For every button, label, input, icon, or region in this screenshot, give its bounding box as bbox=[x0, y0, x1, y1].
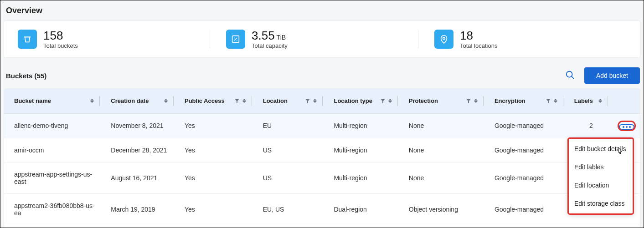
cell-encryption: Google-managed bbox=[489, 162, 569, 193]
cell-protection: None bbox=[403, 138, 489, 162]
col-location[interactable]: Location bbox=[258, 89, 329, 114]
svg-point-2 bbox=[567, 71, 572, 77]
row-context-menu: Edit bucket details Edit lables Edit loc… bbox=[568, 138, 634, 214]
cell-protection: Object versioning bbox=[403, 193, 489, 225]
col-location-type[interactable]: Location type bbox=[328, 89, 403, 114]
col-location-label: Location bbox=[263, 97, 300, 104]
table-row[interactable]: allenc-demo-tlveng November 8, 2021 Yes … bbox=[4, 113, 640, 138]
col-public-access[interactable]: Public Access bbox=[179, 89, 258, 114]
cell-creation-date: December 28, 2021 bbox=[105, 138, 179, 162]
stat-capacity-value: 3.55 bbox=[252, 29, 275, 42]
sort-icon[interactable] bbox=[242, 98, 247, 104]
filter-icon[interactable] bbox=[305, 98, 310, 104]
menu-edit-location[interactable]: Edit location bbox=[568, 176, 634, 194]
search-button[interactable] bbox=[562, 67, 578, 84]
cell-public-access: Yes bbox=[179, 162, 258, 193]
cell-creation-date: November 8, 2021 bbox=[105, 113, 179, 138]
stat-buckets-value: 158 bbox=[43, 29, 78, 42]
col-location-type-label: Location type bbox=[334, 97, 374, 104]
col-labels-label: Labels bbox=[574, 97, 593, 104]
stat-total-buckets: 158 Total buckets bbox=[18, 29, 210, 49]
cell-public-access: Yes bbox=[179, 193, 258, 225]
cell-public-access: Yes bbox=[179, 113, 258, 138]
sort-icon[interactable] bbox=[554, 98, 558, 104]
cell-encryption: Google-managed bbox=[489, 225, 569, 228]
cell-labels: N/A bbox=[569, 225, 613, 228]
capacity-icon bbox=[226, 30, 245, 49]
svg-point-1 bbox=[443, 37, 445, 40]
col-bucket-name-label: Bucket name bbox=[14, 97, 85, 104]
filter-icon[interactable] bbox=[546, 98, 551, 104]
col-public-access-label: Public Access bbox=[185, 97, 229, 104]
cell-creation-date: March 19, 2019 bbox=[105, 193, 179, 225]
menu-edit-bucket-details[interactable]: Edit bucket details bbox=[568, 140, 634, 158]
cell-public-access: Yes bbox=[179, 138, 258, 162]
sort-icon[interactable] bbox=[90, 98, 95, 104]
stat-total-capacity: 3.55TiB Total capacity bbox=[210, 29, 418, 49]
stats-panel: 158 Total buckets 3.55TiB Total capacity… bbox=[4, 21, 640, 57]
cell-encryption: Google-managed bbox=[489, 138, 569, 162]
table-row[interactable]: Azure-logs-Sub1111-us-east-1 March 19, 2… bbox=[4, 225, 640, 228]
col-creation-date-label: Creation date bbox=[111, 97, 159, 104]
page-title: Overview bbox=[6, 6, 640, 15]
stat-capacity-label: Total capacity bbox=[252, 42, 288, 49]
cell-location: US bbox=[258, 162, 329, 193]
table-row[interactable]: amir-occm December 28, 2021 Yes US Multi… bbox=[4, 138, 640, 162]
buckets-table: Bucket name Creation date Public Access … bbox=[4, 89, 640, 228]
cell-location-type: Dual-region bbox=[328, 193, 403, 225]
stat-locations-value: 18 bbox=[460, 29, 497, 42]
row-actions-button[interactable] bbox=[619, 124, 634, 130]
svg-line-3 bbox=[572, 76, 574, 79]
menu-edit-storage-class[interactable]: Edit storage class bbox=[568, 194, 634, 213]
sort-icon[interactable] bbox=[598, 98, 603, 104]
col-bucket-name[interactable]: Bucket name bbox=[4, 89, 105, 114]
sort-icon[interactable] bbox=[474, 98, 479, 104]
cell-labels: 2 bbox=[569, 113, 613, 138]
col-encryption[interactable]: Encryption bbox=[489, 89, 569, 114]
cell-bucket-name: allenc-demo-tlveng bbox=[4, 113, 105, 138]
col-encryption-label: Encryption bbox=[495, 97, 540, 104]
sort-icon[interactable] bbox=[388, 98, 393, 104]
sort-icon[interactable] bbox=[164, 98, 169, 104]
buckets-title: Buckets (55) bbox=[6, 72, 46, 80]
stat-buckets-label: Total buckets bbox=[43, 42, 78, 49]
cell-encryption: Google-managed bbox=[489, 193, 569, 225]
cell-protection: None bbox=[403, 162, 489, 193]
col-protection[interactable]: Protection bbox=[403, 89, 489, 114]
cell-bucket-name: Azure-logs-Sub1111-us-east-1 bbox=[4, 225, 105, 228]
cell-protection: None bbox=[403, 113, 489, 138]
cell-location-type: Multi-region bbox=[328, 138, 403, 162]
cell-location-type: Multi-region bbox=[328, 113, 403, 138]
menu-edit-labels[interactable]: Edit lables bbox=[568, 158, 634, 176]
cell-location: EU, US bbox=[258, 225, 329, 228]
search-icon bbox=[565, 70, 575, 80]
sort-icon[interactable] bbox=[313, 98, 318, 104]
cell-location: EU bbox=[258, 113, 329, 138]
table-row[interactable]: appstream-app-settings-us-east August 16… bbox=[4, 162, 640, 193]
cell-protection: Object versioning bbox=[403, 225, 489, 228]
cell-creation-date: August 16, 2021 bbox=[105, 162, 179, 193]
cell-bucket-name: amir-occm bbox=[4, 138, 105, 162]
bucket-icon bbox=[18, 30, 37, 49]
buckets-table-container: Bucket name Creation date Public Access … bbox=[4, 89, 640, 228]
cell-bucket-name: appstream2-36fb080bb8-us-ea bbox=[4, 193, 105, 225]
cell-location: US bbox=[258, 138, 329, 162]
col-labels[interactable]: Labels bbox=[569, 89, 613, 114]
stat-capacity-unit: TiB bbox=[277, 34, 286, 41]
location-icon bbox=[434, 30, 453, 49]
cell-location: EU, US bbox=[258, 193, 329, 225]
cell-bucket-name: appstream-app-settings-us-east bbox=[4, 162, 105, 193]
buckets-header: Buckets (55) Add bucket bbox=[6, 67, 640, 84]
filter-icon[interactable] bbox=[466, 98, 471, 104]
filter-icon[interactable] bbox=[234, 98, 240, 104]
col-protection-label: Protection bbox=[409, 97, 460, 104]
ellipsis-icon bbox=[623, 126, 631, 128]
add-bucket-button[interactable]: Add bucket bbox=[584, 67, 640, 84]
cell-location-type: Multi-region bbox=[328, 162, 403, 193]
table-row[interactable]: appstream2-36fb080bb8-us-ea March 19, 20… bbox=[4, 193, 640, 225]
cell-public-access: Yes bbox=[179, 225, 258, 228]
col-creation-date[interactable]: Creation date bbox=[105, 89, 179, 114]
filter-icon[interactable] bbox=[380, 98, 386, 104]
cell-encryption: Google-managed bbox=[489, 113, 569, 138]
stat-total-locations: 18 Total locations bbox=[418, 29, 626, 49]
